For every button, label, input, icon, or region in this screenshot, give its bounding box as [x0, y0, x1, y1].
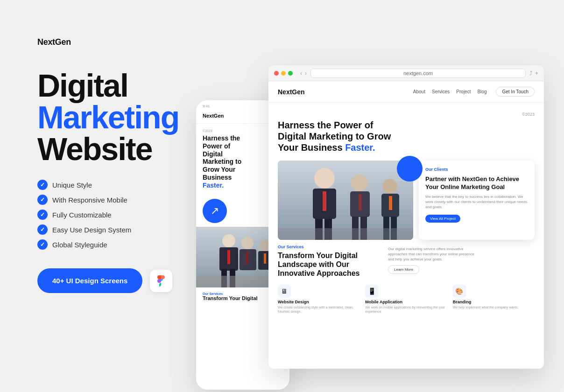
page-nav-links: About Services Project Blog	[413, 89, 487, 94]
services-section-desc: Our digital marketing service offers inn…	[388, 246, 481, 262]
nav-project[interactable]: Project	[456, 89, 471, 94]
mobile-cta-button[interactable]: ↗	[203, 199, 227, 223]
mobile-hero-accent: Faster.	[203, 182, 224, 189]
feature-label: Easy Use Design System	[52, 226, 131, 234]
figma-icon-box[interactable]	[150, 270, 172, 292]
mobile-time: 9:41	[203, 104, 210, 108]
feature-label: Fully Customizable	[52, 211, 112, 219]
back-arrow-icon: ‹	[300, 70, 302, 77]
list-item: With Responsive Mobile	[37, 195, 210, 205]
service-item-website: 🖥 Website Design We create outstanding s…	[278, 285, 360, 314]
address-bar[interactable]: nextgen.com	[310, 69, 526, 78]
services-text: Our Services Transform Your Digital Land…	[278, 245, 381, 278]
service-branding-desc: We help implement what the company wants…	[453, 305, 535, 309]
services-section-title: Transform Your Digital Landscape with Ou…	[278, 251, 381, 278]
page-nav: NextGen About Services Project Blog Get …	[268, 81, 544, 103]
service-item-mobile: 📱 Mobile Application We work on mobile a…	[365, 285, 447, 314]
check-icon	[37, 224, 48, 235]
svg-point-25	[382, 179, 397, 194]
browser-hero: ©2023 Harness the Power of Digital Marke…	[268, 103, 544, 161]
check-icon	[37, 210, 48, 220]
svg-point-15	[314, 168, 335, 189]
svg-rect-24	[359, 194, 362, 210]
new-tab-icon: +	[535, 70, 538, 77]
view-all-projects-button[interactable]: View All Project	[425, 215, 460, 223]
hero-image-container	[278, 161, 413, 240]
service-branding-title: Branding	[453, 300, 535, 304]
browser-bar: ‹ › nextgen.com ⤴ +	[268, 65, 544, 81]
cta-button[interactable]: 40+ UI Design Screens	[37, 268, 142, 293]
svg-point-6	[241, 237, 254, 249]
headline-line3: Website	[37, 131, 152, 167]
service-item-branding: 🎨 Branding We help implement what the co…	[453, 285, 535, 314]
client-card: Our Clients Partner with NextGen to Achi…	[419, 161, 535, 240]
svg-rect-12	[264, 253, 266, 264]
close-dot	[274, 71, 279, 76]
list-item: Global Styleguide	[37, 239, 210, 250]
maximize-dot	[288, 71, 293, 76]
list-item: Easy Use Design System	[37, 224, 210, 235]
hero-title-line1: Harness the Power of	[278, 120, 374, 130]
branding-icon: 🎨	[453, 285, 466, 298]
mockups-area: 9:41 ▲ ▮ NextGen ☰ ©2023 Harness thePowe…	[196, 14, 551, 387]
check-icon	[37, 180, 48, 190]
left-panel: NextGen Digital Marketing Website Unique…	[37, 37, 210, 293]
hero-title-line2: Digital Marketing to Grow	[278, 131, 391, 141]
nav-cta-button[interactable]: Get In Touch	[496, 87, 535, 97]
blue-circle-decoration	[397, 156, 423, 182]
learn-more-button[interactable]: Learn More	[388, 265, 419, 274]
client-card-description: We believe that the key to success lies …	[425, 194, 528, 210]
browser-mockup: ‹ › nextgen.com ⤴ + NextGen About Servic…	[268, 65, 544, 369]
nav-services[interactable]: Services	[432, 89, 450, 94]
business-team-image	[278, 161, 413, 240]
browser-hero-title: Harness the Power of Digital Marketing t…	[278, 119, 418, 153]
website-design-icon: 🖥	[278, 285, 291, 298]
headline-line2: Marketing	[37, 99, 179, 135]
browser-nav: ‹ ›	[300, 70, 307, 77]
figma-logo-icon	[155, 275, 167, 287]
mobile-logo: NextGen	[203, 113, 224, 119]
headline-block: Digital Marketing Website	[37, 70, 210, 165]
svg-rect-10	[227, 250, 230, 264]
forward-arrow-icon: ›	[305, 70, 307, 77]
mobile-app-icon: 📱	[365, 285, 378, 298]
browser-actions: ⤴ +	[529, 70, 538, 77]
cta-row: 40+ UI Design Screens	[37, 268, 210, 293]
service-mobile-desc: We work on mobile applications by reinve…	[365, 305, 447, 314]
svg-point-2	[222, 234, 235, 247]
client-card-title: Partner with NextGen to Achieve Your Onl…	[425, 175, 528, 191]
page-logo: NextGen	[278, 88, 305, 96]
feature-label: Unique Style	[52, 181, 92, 189]
client-card-label: Our Clients	[425, 167, 528, 172]
svg-rect-11	[246, 252, 248, 264]
list-item: Unique Style	[37, 180, 210, 190]
service-website-desc: We create outstanding style with a minim…	[278, 305, 360, 314]
browser-dots	[274, 71, 293, 76]
feature-label: Global Styleguide	[52, 241, 107, 249]
list-item: Fully Customizable	[37, 210, 210, 220]
service-mobile-title: Mobile Application	[365, 300, 447, 304]
headline-line1: Digital	[37, 68, 128, 103]
features-list: Unique Style With Responsive Mobile Full…	[37, 180, 210, 250]
hero-title-accent: Faster.	[345, 142, 375, 153]
browser-page-content: NextGen About Services Project Blog Get …	[268, 81, 544, 369]
feature-label: With Responsive Mobile	[52, 196, 127, 204]
check-icon	[37, 239, 48, 250]
service-website-title: Website Design	[278, 300, 360, 304]
minimize-dot	[281, 71, 286, 76]
share-icon: ⤴	[529, 70, 532, 77]
nav-blog[interactable]: Blog	[477, 89, 486, 94]
brand-logo: NextGen	[37, 37, 210, 47]
svg-rect-30	[278, 228, 413, 240]
main-headline: Digital Marketing Website	[37, 70, 210, 165]
browser-hero-image	[278, 161, 413, 240]
browser-hero-year: ©2023	[278, 112, 535, 117]
services-right: Our digital marketing service offers inn…	[388, 245, 535, 278]
hero-title-line3: Your Business	[278, 142, 345, 153]
svg-rect-19	[323, 191, 326, 211]
nav-about[interactable]: About	[413, 89, 425, 94]
services-section-label: Our Services	[278, 245, 381, 249]
check-icon	[37, 195, 48, 205]
svg-rect-29	[389, 196, 392, 210]
services-section: Our Services Transform Your Digital Land…	[268, 240, 544, 280]
